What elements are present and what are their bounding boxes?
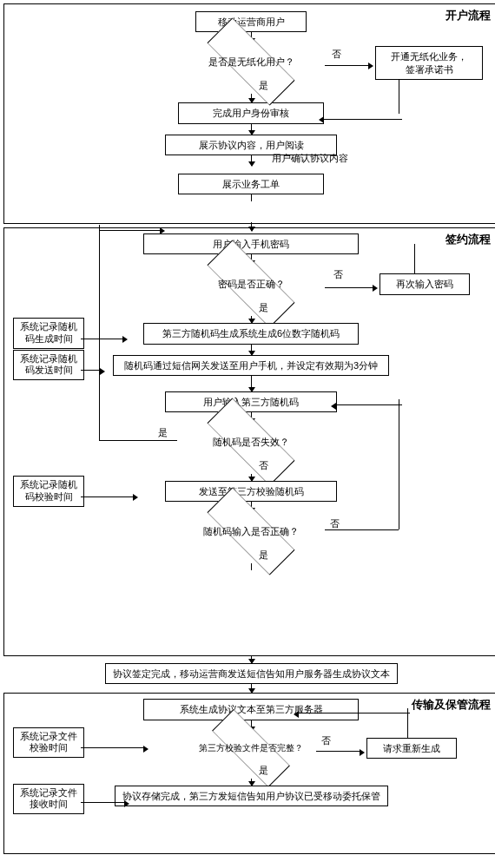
section-open: 开户流程 移动运营商用户 是否是无纸化用户？ 否 开通无纸化业务， 签署承诺书 … bbox=[3, 3, 495, 224]
arrow bbox=[251, 779, 252, 786]
label-yes: 是 bbox=[259, 301, 268, 314]
arrow bbox=[251, 563, 252, 570]
arrow bbox=[251, 124, 252, 135]
merge-line bbox=[399, 79, 399, 114]
arrow bbox=[251, 474, 252, 481]
arrow bbox=[251, 376, 252, 391]
decision-file: 第三方校验文件是否完整？ bbox=[186, 733, 316, 764]
arrow bbox=[251, 345, 252, 355]
side-file-check: 系统记录文件校验时间 bbox=[13, 727, 84, 759]
merge-line bbox=[319, 114, 402, 124]
label-no: 否 bbox=[330, 517, 340, 530]
decision-pwd: 密码是否正确？ bbox=[177, 266, 325, 301]
arrow bbox=[251, 94, 252, 102]
label-yes: 是 bbox=[259, 549, 268, 562]
label-no: 否 bbox=[321, 734, 331, 747]
gen-code-box: 第三方随机码生成系统生成6位数字随机码 bbox=[143, 323, 359, 344]
decision-expired: 随机码是否失效？ bbox=[177, 424, 325, 459]
sign-done-box: 协议签定完成，移动运营商发送短信告知用户服务器生成协议文本 bbox=[105, 663, 398, 684]
label-yes: 是 bbox=[259, 764, 268, 777]
side-send-time: 系统记录随机码发送时间 bbox=[13, 350, 84, 381]
verify-box: 完成用户身份审核 bbox=[178, 102, 324, 123]
check-code-box: 发送至第三方校验随机码 bbox=[165, 481, 337, 502]
arrow bbox=[251, 194, 252, 201]
paperless-box: 开通无纸化业务， 签署承诺书 bbox=[375, 46, 483, 80]
arrow bbox=[251, 684, 252, 693]
repwd-box: 再次输入密码 bbox=[380, 273, 470, 294]
input-code-box: 用户输入第三方随机码 bbox=[165, 391, 337, 412]
arrow bbox=[251, 656, 252, 663]
arrow bbox=[251, 155, 252, 166]
label-no: 否 bbox=[259, 459, 268, 472]
label-no: 否 bbox=[332, 48, 341, 61]
stored-box: 协议存储完成，第三方发短信告知用户协议已受移动委托保管 bbox=[115, 786, 388, 806]
decision-paperless: 是否是无纸化用户？ bbox=[177, 44, 325, 79]
decision-code-ok: 随机码输入是否正确？ bbox=[177, 514, 325, 549]
input-pwd-box: 用户输入手机密码 bbox=[143, 233, 359, 254]
label-yes: 是 bbox=[259, 79, 268, 92]
section-store: 传输及保管流程 系统生成协议文本至第三方服务器 系统记录文件校验时间 第三方校验… bbox=[3, 693, 495, 854]
start-box: 移动运营商用户 bbox=[195, 11, 307, 32]
label-no: 否 bbox=[333, 268, 343, 281]
confirm-label: 用户确认协议内容 bbox=[272, 152, 348, 165]
send-code-box: 随机码通过短信网关发送至用户手机，并设定有效期为3分钟 bbox=[113, 355, 389, 376]
section-sign: 签约流程 用户输入手机密码 密码是否正确？ 否 再次输入密码 是 系统记录随机码… bbox=[3, 227, 495, 656]
side-recv-time: 系统记录文件接收时间 bbox=[13, 784, 84, 815]
rereq-box: 请求重新生成 bbox=[366, 738, 457, 759]
side-gen-time: 系统记录随机码生成时间 bbox=[13, 318, 84, 349]
arrow bbox=[251, 316, 252, 323]
side-check-time: 系统记录随机码校验时间 bbox=[13, 476, 84, 507]
workorder-box: 展示业务工单 bbox=[178, 174, 324, 194]
label-yes: 是 bbox=[158, 426, 168, 439]
